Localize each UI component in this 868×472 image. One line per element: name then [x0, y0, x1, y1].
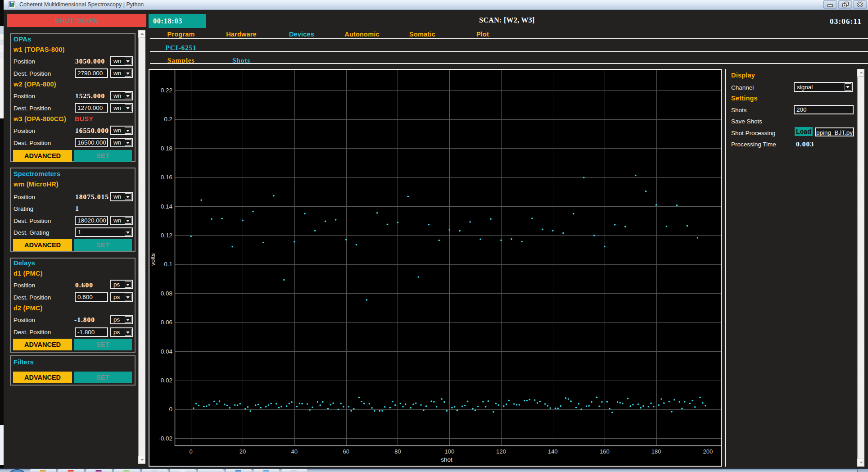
svg-text:40: 40 — [291, 448, 298, 455]
svg-text:0.1: 0.1 — [164, 261, 172, 268]
svg-text:volts: volts — [149, 253, 156, 266]
svg-text:0: 0 — [169, 406, 172, 413]
svg-text:0.04: 0.04 — [161, 348, 173, 355]
svg-text:80: 80 — [394, 448, 401, 455]
svg-text:0.2: 0.2 — [164, 116, 172, 123]
svg-text:120: 120 — [496, 448, 506, 455]
svg-text:0: 0 — [190, 448, 193, 455]
svg-text:0.12: 0.12 — [161, 232, 172, 239]
svg-text:0.18: 0.18 — [161, 145, 172, 152]
svg-text:140: 140 — [548, 448, 558, 455]
svg-text:0.16: 0.16 — [161, 174, 172, 181]
svg-text:-0.02: -0.02 — [158, 435, 172, 442]
svg-text:0.02: 0.02 — [161, 377, 172, 384]
svg-text:20: 20 — [240, 448, 246, 455]
svg-text:200: 200 — [703, 448, 713, 455]
svg-text:0.06: 0.06 — [161, 319, 172, 326]
svg-text:0.14: 0.14 — [161, 203, 173, 210]
svg-text:60: 60 — [343, 448, 349, 455]
svg-text:0.08: 0.08 — [161, 290, 172, 297]
svg-text:shot: shot — [441, 456, 452, 463]
svg-text:180: 180 — [651, 448, 661, 455]
svg-text:0.22: 0.22 — [161, 87, 172, 94]
svg-text:100: 100 — [444, 448, 454, 455]
svg-text:160: 160 — [600, 448, 610, 455]
